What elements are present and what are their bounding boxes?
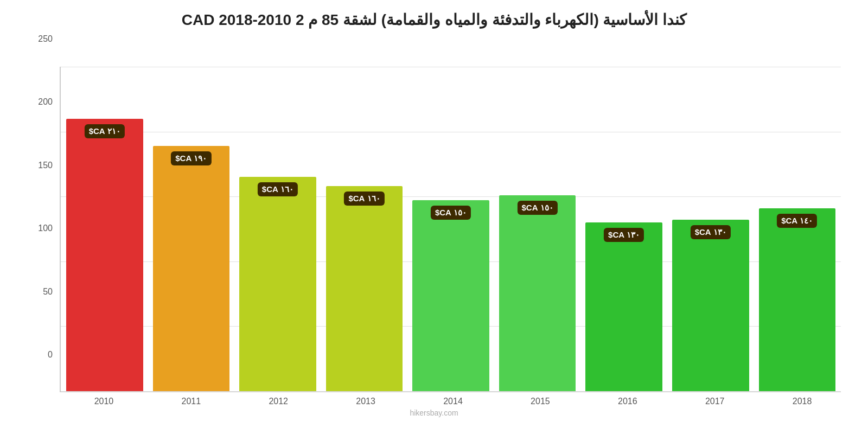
bar-value-badge: ١٣٠ CA$ xyxy=(691,225,731,239)
bar-value-badge: ١٦٠ CA$ xyxy=(258,182,298,196)
bar-group: ١٣٠ CA$ xyxy=(585,67,662,391)
chart-container: كندا الأساسية (الكهرباء والتدفئة والمياه… xyxy=(27,11,841,423)
bar: ١٤٠ CA$ xyxy=(759,208,836,391)
y-axis: 250200150100500 xyxy=(27,34,57,360)
bar-group: ٢١٠ CA$ xyxy=(66,67,143,391)
x-axis-label: 2015 xyxy=(501,397,579,406)
x-axis-label: 2010 xyxy=(65,397,143,406)
y-axis-label: 200 xyxy=(38,97,53,107)
bar: ١٦٠ CA$ xyxy=(239,177,316,391)
y-axis-label: 150 xyxy=(38,161,53,170)
bar-group: ١٤٠ CA$ xyxy=(759,67,836,391)
bar-group: ١٦٠ CA$ xyxy=(239,67,316,391)
bar: ٢١٠ CA$ xyxy=(66,119,143,391)
chart-area: 250200150100500 ٢١٠ CA$١٩٠ CA$١٦٠ CA$١٦٠… xyxy=(27,34,841,392)
chart-title: كندا الأساسية (الكهرباء والتدفئة والمياه… xyxy=(27,11,841,29)
bar-group: ١٦٠ CA$ xyxy=(326,67,403,391)
bar-value-badge: ١٣٠ CA$ xyxy=(604,228,644,242)
bar: ١٩٠ CA$ xyxy=(153,146,230,391)
bar-group: ١٩٠ CA$ xyxy=(153,67,230,391)
x-labels-row: 201020112012201320142015201620172018 xyxy=(27,392,841,406)
bar: ١٦٠ CA$ xyxy=(326,186,403,391)
bar-group: ١٥٠ CA$ xyxy=(412,67,489,391)
bar: ١٥٠ CA$ xyxy=(412,200,489,391)
bar-value-badge: ٢١٠ CA$ xyxy=(85,124,125,138)
bar-value-badge: ١٤٠ CA$ xyxy=(777,214,817,228)
grid-line xyxy=(61,391,841,392)
x-axis-label: 2016 xyxy=(589,397,666,406)
y-axis-label: 250 xyxy=(38,34,53,44)
bar: ١٥٠ CA$ xyxy=(499,195,576,391)
watermark: hikersbay.com xyxy=(27,409,841,417)
x-axis-label: 2013 xyxy=(327,397,405,406)
bar: ١٣٠ CA$ xyxy=(672,220,749,391)
bar-value-badge: ١٥٠ CA$ xyxy=(431,206,471,220)
y-axis-label: 50 xyxy=(43,287,53,297)
bar-group: ١٣٠ CA$ xyxy=(672,67,749,391)
y-axis-label: 100 xyxy=(38,224,53,233)
x-axis-label: 2011 xyxy=(152,397,230,406)
y-axis-label: 0 xyxy=(48,350,53,360)
bar-value-badge: ١٩٠ CA$ xyxy=(171,151,211,165)
bar: ١٣٠ CA$ xyxy=(585,222,662,391)
bar-group: ١٥٠ CA$ xyxy=(499,67,576,391)
x-axis-label: 2017 xyxy=(676,397,754,406)
bars-wrapper: ٢١٠ CA$١٩٠ CA$١٦٠ CA$١٦٠ CA$١٥٠ CA$١٥٠ C… xyxy=(60,67,841,392)
bar-value-badge: ١٥٠ CA$ xyxy=(518,201,558,215)
x-axis-label: 2012 xyxy=(240,397,317,406)
x-axis-label: 2014 xyxy=(414,397,492,406)
x-axis-label: 2018 xyxy=(763,397,841,406)
bar-value-badge: ١٦٠ CA$ xyxy=(344,192,384,206)
